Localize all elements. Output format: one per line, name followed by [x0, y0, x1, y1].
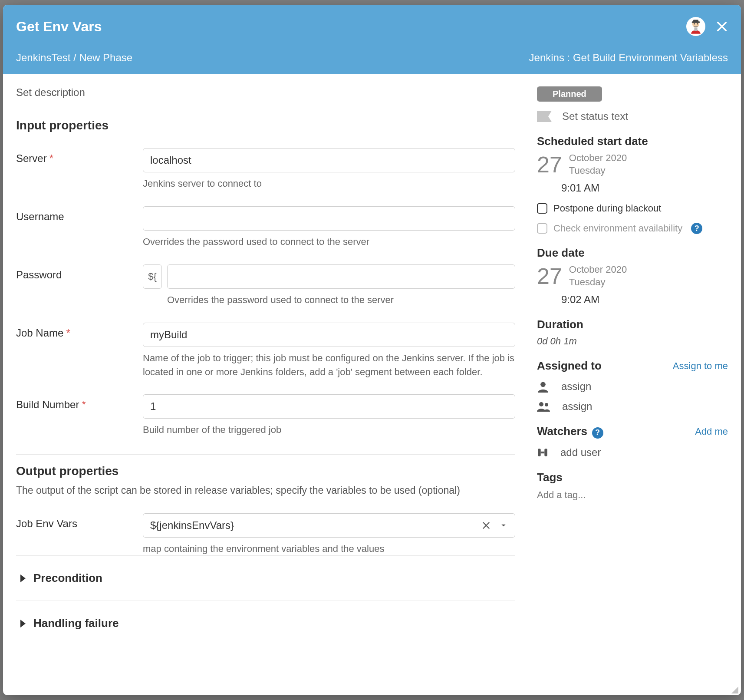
assign-team-placeholder: assign — [562, 400, 592, 413]
job-name-label: Job Name* — [16, 323, 138, 339]
clear-icon[interactable] — [477, 517, 495, 534]
due-date-heading: Due date — [537, 246, 728, 260]
help-icon[interactable]: ? — [592, 427, 603, 439]
scheduled-date[interactable]: 27 October 2020 Tuesday — [537, 152, 728, 178]
assigned-heading: Assigned to — [537, 359, 602, 373]
build-number-input[interactable] — [143, 394, 515, 419]
job-env-vars-combo[interactable]: ${jenkinsEnvVars} — [143, 513, 515, 538]
assign-team-row[interactable]: assign — [537, 400, 728, 413]
password-hint: Overrides the password used to connect t… — [167, 293, 515, 307]
due-date[interactable]: 27 October 2020 Tuesday — [537, 263, 728, 289]
password-label: Password — [16, 264, 138, 281]
scheduled-start-heading: Scheduled start date — [537, 135, 728, 148]
assign-user-row[interactable]: assign — [537, 380, 728, 393]
side-panel: Planned Set status text Scheduled start … — [528, 74, 741, 695]
scheduled-day: 27 — [537, 152, 562, 178]
svg-point-7 — [540, 382, 546, 387]
svg-point-5 — [697, 23, 698, 25]
duration-heading: Duration — [537, 318, 728, 331]
tags-heading: Tags — [537, 471, 728, 484]
server-hint: Jenkins server to connect to — [143, 177, 515, 191]
description-input[interactable]: Set description — [16, 86, 515, 99]
checkbox-icon — [537, 223, 547, 234]
handling-failure-expander[interactable]: Handling failure — [16, 601, 515, 646]
output-properties-heading: Output properties — [16, 464, 515, 478]
variable-insert-button[interactable]: ${ — [143, 264, 162, 289]
modal-header: Get Env Vars — [3, 5, 741, 74]
scheduled-weekday: Tuesday — [569, 165, 627, 177]
job-env-vars-value: ${jenkinsEnvVars} — [150, 519, 477, 532]
flag-icon — [537, 111, 552, 122]
main-panel: Set description Input properties Server*… — [3, 74, 528, 695]
due-weekday: Tuesday — [569, 276, 627, 289]
status-badge: Planned — [537, 86, 602, 102]
add-watcher-placeholder: add user — [560, 446, 601, 459]
close-icon[interactable] — [716, 20, 728, 33]
postpone-checkbox-row[interactable]: Postpone during blackout — [537, 203, 728, 214]
job-name-hint: Name of the job to trigger; this job mus… — [143, 351, 515, 379]
due-month-year: October 2020 — [569, 264, 627, 276]
chevron-down-icon[interactable] — [495, 517, 512, 534]
job-name-input[interactable] — [143, 323, 515, 347]
svg-rect-12 — [541, 451, 545, 453]
build-number-hint: Build number of the triggered job — [143, 423, 515, 437]
scheduled-month-year: October 2020 — [569, 152, 627, 165]
header-actions — [686, 17, 728, 36]
server-label: Server* — [16, 148, 138, 165]
jenkins-avatar-icon — [686, 17, 705, 36]
build-number-label: Build Number* — [16, 394, 138, 411]
server-input[interactable] — [143, 148, 515, 172]
input-properties-heading: Input properties — [16, 119, 515, 132]
handling-failure-label: Handling failure — [33, 617, 119, 630]
user-icon — [537, 380, 549, 393]
job-env-vars-hint: map containing the environment variables… — [143, 542, 515, 556]
binoculars-icon — [537, 446, 548, 459]
svg-point-4 — [694, 23, 695, 25]
status-text-row[interactable]: Set status text — [537, 110, 728, 122]
precondition-expander[interactable]: Precondition — [16, 555, 515, 601]
expand-icon — [20, 575, 26, 582]
expand-icon — [20, 620, 26, 627]
help-icon[interactable]: ? — [691, 223, 702, 234]
resize-handle-icon[interactable] — [731, 687, 738, 693]
add-tag-input[interactable]: Add a tag... — [537, 489, 728, 501]
assign-to-me-link[interactable]: Assign to me — [673, 360, 728, 372]
username-input[interactable] — [143, 206, 515, 231]
svg-rect-2 — [693, 20, 698, 23]
status-text-placeholder: Set status text — [562, 110, 628, 122]
job-env-vars-label: Job Env Vars — [16, 513, 138, 530]
team-icon — [537, 400, 550, 413]
output-properties-help: The output of the script can be stored i… — [16, 483, 515, 497]
check-env-label: Check environment availability — [553, 223, 682, 234]
password-input[interactable] — [167, 264, 515, 289]
task-modal: Get Env Vars — [3, 5, 741, 695]
svg-point-9 — [545, 403, 548, 406]
scheduled-time[interactable]: 9:01 AM — [561, 182, 728, 194]
svg-rect-3 — [694, 27, 697, 31]
divider — [16, 454, 515, 455]
svg-point-8 — [539, 402, 543, 406]
precondition-label: Precondition — [33, 571, 102, 585]
username-label: Username — [16, 206, 138, 223]
due-day: 27 — [537, 263, 562, 289]
username-hint: Overrides the password used to connect t… — [143, 235, 515, 249]
task-type-label: Jenkins : Get Build Environment Variable… — [529, 52, 728, 64]
check-env-checkbox-row: Check environment availability ? — [537, 223, 728, 234]
svg-rect-10 — [538, 449, 541, 456]
checkbox-icon[interactable] — [537, 203, 547, 214]
breadcrumb[interactable]: JenkinsTest / New Phase — [16, 52, 132, 64]
due-time[interactable]: 9:02 AM — [561, 294, 728, 306]
svg-marker-6 — [537, 111, 552, 122]
add-me-watcher-link[interactable]: Add me — [695, 426, 728, 437]
postpone-label: Postpone during blackout — [553, 203, 661, 214]
assign-user-placeholder: assign — [561, 380, 591, 393]
svg-rect-11 — [544, 449, 547, 456]
modal-title: Get Env Vars — [16, 19, 102, 35]
watchers-heading: Watchers — [537, 425, 587, 438]
add-watcher-row[interactable]: add user — [537, 446, 728, 459]
duration-value[interactable]: 0d 0h 1m — [537, 336, 728, 347]
